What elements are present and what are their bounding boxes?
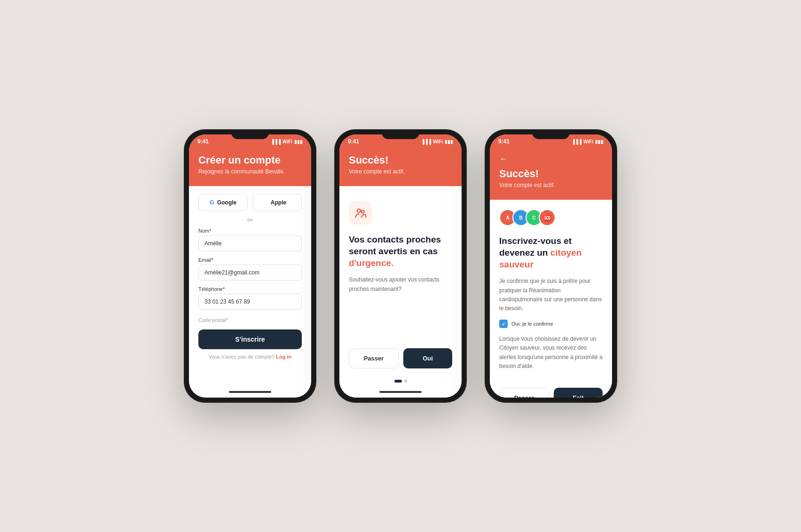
sauveur-title: Inscrivez-vous et devenez un citoyen sau…	[499, 235, 603, 270]
success-content-3: A B C 🆘 Inscrivez-vous et devenez un cit…	[490, 200, 612, 380]
home-bar-2	[379, 391, 422, 393]
status-icons-1: ▐▐▐ WiFi ▮▮▮	[271, 139, 303, 144]
battery-icon-2: ▮▮▮	[445, 139, 453, 144]
contacts-icon	[349, 201, 372, 225]
bottom-buttons-2: Passer Oui	[339, 341, 462, 376]
checkbox-row: Oui, je le confirme	[499, 320, 553, 328]
skip-button-2[interactable]: Passer	[349, 348, 399, 368]
submit-button[interactable]: S'inscrire	[198, 329, 302, 349]
signal-icon: ▐▐▐	[271, 139, 281, 144]
google-label: Google	[217, 199, 236, 206]
field-tel-label: Téléphone*	[198, 286, 302, 292]
status-icons-2: ▐▐▐ WiFi ▮▮▮	[421, 139, 453, 144]
field-postal: Code postal*	[198, 315, 302, 323]
home-indicator-1	[189, 388, 311, 398]
notch-2	[382, 130, 419, 139]
field-tel: Téléphone*	[198, 286, 302, 314]
social-buttons: G Google Apple	[198, 194, 302, 211]
scene: 9:41 ▐▐▐ WiFi ▮▮▮ Créer un compte Rejoig…	[165, 102, 636, 430]
field-nom: Nom*	[198, 228, 302, 256]
phone-1-header: Créer un compte Rejoignez la communauté …	[189, 147, 311, 186]
field-postal-label: Code postal*	[198, 317, 302, 323]
status-icons-3: ▐▐▐ WiFi ▮▮▮	[572, 139, 604, 144]
page-title-3: Succès!	[499, 168, 603, 180]
contacts-desc: Souhaitez-vous ajouter vos contacts proc…	[349, 275, 452, 293]
battery-icon-3: ▮▮▮	[595, 139, 604, 144]
status-time-1: 9:41	[197, 138, 209, 145]
status-time-2: 9:41	[348, 138, 359, 145]
phone-3: 9:41 ▐▐▐ WiFi ▮▮▮ ← Succès! Votre compte…	[485, 130, 617, 402]
page-subtitle-1: Rejoignez la communauté Bevalix.	[198, 168, 302, 175]
phone-3-header: ← Succès! Votre compte est actif.	[490, 147, 612, 200]
avatar-emergency: 🆘	[539, 209, 556, 226]
apple-button[interactable]: Apple	[252, 194, 302, 211]
field-nom-input[interactable]	[198, 235, 302, 251]
avatar-group: A B C 🆘	[499, 209, 556, 226]
sauveur-desc-1: Je confirme que je suis à prêt/e pour pr…	[499, 277, 603, 313]
success-content-2: Vos contacts proches seront avertis en c…	[339, 186, 462, 341]
notch	[231, 130, 269, 139]
svg-point-0	[357, 209, 361, 212]
contacts-title: Vos contacts proches seront avertis en c…	[349, 234, 452, 269]
page-dots-2	[339, 376, 462, 388]
login-link[interactable]: Log in	[276, 354, 291, 360]
checkbox-confirmed[interactable]	[499, 320, 508, 328]
wifi-icon-3: WiFi	[583, 139, 593, 144]
phone-1-inner: 9:41 ▐▐▐ WiFi ▮▮▮ Créer un compte Rejoig…	[189, 134, 311, 398]
contacts-title-highlight: d'urgence.	[349, 258, 393, 268]
google-icon: G	[210, 199, 214, 206]
sauveur-desc-2: Lorsque vous choisissez de devenir un Ci…	[499, 335, 603, 371]
field-email-input[interactable]	[198, 265, 302, 281]
signal-icon-2: ▐▐▐	[421, 139, 431, 144]
apple-label: Apple	[271, 199, 286, 206]
phone-2: 9:41 ▐▐▐ WiFi ▮▮▮ Succès! Votre compte e…	[335, 130, 466, 402]
phone-2-header: Succès! Votre compte est actif.	[339, 147, 462, 186]
field-tel-input[interactable]	[198, 294, 302, 310]
wifi-icon: WiFi	[283, 139, 292, 144]
status-time-3: 9:41	[498, 138, 510, 145]
phone-3-inner: 9:41 ▐▐▐ WiFi ▮▮▮ ← Succès! Votre compte…	[490, 134, 612, 398]
notch-3	[532, 130, 570, 139]
page-subtitle-3: Votre compte est actif.	[499, 182, 603, 188]
field-nom-label: Nom*	[198, 228, 302, 234]
contacts-title-normal: Vos contacts proches seront avertis en c…	[349, 235, 441, 256]
signal-icon-3: ▐▐▐	[572, 139, 581, 144]
page-subtitle-2: Votre compte est actif.	[349, 168, 452, 175]
field-email: Email*	[198, 257, 302, 285]
footer-static: Vous n'avez pas de compte?	[209, 354, 275, 360]
confirm-button-2[interactable]: Oui	[403, 348, 452, 368]
divider: ou	[198, 217, 302, 222]
phone-1: 9:41 ▐▐▐ WiFi ▮▮▮ Créer un compte Rejoig…	[184, 130, 316, 402]
home-bar-1	[229, 391, 271, 393]
checkbox-label: Oui, je le confirme	[511, 321, 553, 327]
phone-1-body: G Google Apple ou Nom* Email*	[189, 186, 311, 388]
page-title-2: Succès!	[349, 154, 452, 166]
page-title-1: Créer un compte	[198, 154, 302, 166]
home-indicator-2	[339, 388, 462, 398]
google-button[interactable]: G Google	[198, 194, 248, 211]
field-email-label: Email*	[198, 257, 302, 263]
phone-2-inner: 9:41 ▐▐▐ WiFi ▮▮▮ Succès! Votre compte e…	[339, 134, 462, 398]
footer-text: Vous n'avez pas de compte? Log in	[198, 354, 302, 360]
battery-icon: ▮▮▮	[294, 139, 303, 144]
confirm-button-3[interactable]: Fait	[554, 388, 603, 398]
back-button[interactable]: ←	[499, 154, 603, 164]
dot-1-active	[394, 380, 402, 383]
skip-button-3[interactable]: Passer	[499, 388, 549, 398]
svg-point-1	[361, 211, 364, 213]
bottom-buttons-3: Passer Fait	[490, 380, 612, 398]
dot-2	[404, 380, 407, 383]
wifi-icon-2: WiFi	[433, 139, 443, 144]
